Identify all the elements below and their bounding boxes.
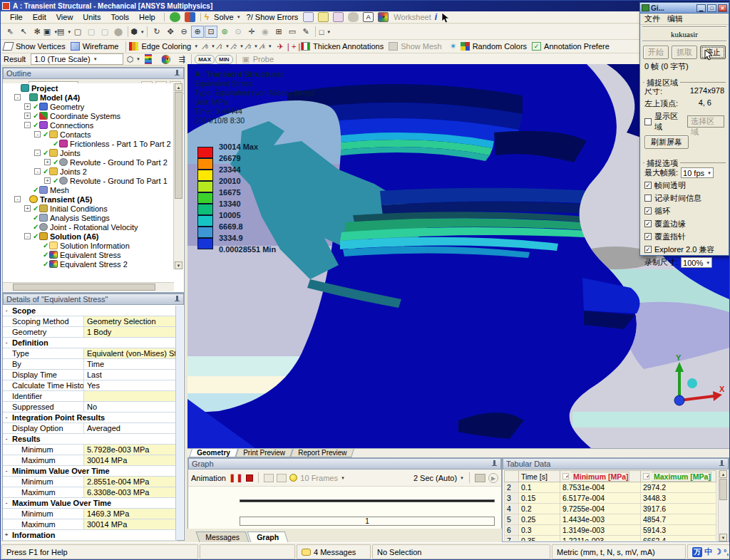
expand-toggle[interactable] [34,242,41,249]
outline-header[interactable]: Outline [3,68,184,79]
expand-toggle[interactable] [24,224,31,230]
property-value[interactable]: 1469.3 MPa [84,509,177,519]
property-value[interactable]: 5.7928e-003 MPa [84,445,177,455]
category-expand-toggle[interactable]: - [3,498,10,508]
tree-item[interactable]: Project [3,83,174,93]
pin-icon[interactable] [174,296,180,304]
face-filter-icon[interactable]: ▢ [98,26,111,38]
grab-button[interactable]: 抓取 [672,46,697,59]
category-expand-toggle[interactable]: - [3,338,10,348]
option-checkbox[interactable] [644,207,652,214]
expand-toggle[interactable]: - [34,168,41,175]
table-row[interactable]: 7 0.35 1.2211e-003 6662.4 [504,536,716,541]
capture-title-bar[interactable]: Gi... ▁ □ ✕ [640,3,729,14]
option-checkbox[interactable] [644,246,652,253]
tree-item[interactable]: Frictionless - Part 1 To Part 2 [3,139,174,148]
category-expand-toggle[interactable] [3,327,10,337]
annotation-icon[interactable]: A [363,12,374,22]
duration-dropdown[interactable]: 2 Sec (Auto) [413,474,464,482]
vertex-filter-icon[interactable]: ▢ [71,26,84,38]
new-section-plane-icon[interactable] [303,12,314,22]
table-row[interactable]: 2 0.1 8.7531e-004 2974.2 [504,482,716,493]
category-expand-toggle[interactable] [3,509,10,519]
property-value[interactable]: Geometry Selection [84,316,177,326]
scrollbar-thumb[interactable] [719,479,727,500]
look-at-icon[interactable]: ◉ [259,26,272,38]
ime-toolbar[interactable]: 万 中 ☽ °, [687,544,730,559]
graph-header[interactable]: Graph [188,458,501,470]
time-cell[interactable]: 0.35 [519,536,560,541]
pin-icon[interactable] [719,460,725,468]
ime-punct-icon[interactable]: °, [724,548,729,556]
show-mesh-button[interactable]: Show Mesh [401,42,441,51]
category-expand-toggle[interactable]: - [3,466,10,476]
max-cell[interactable]: 5914.3 [641,525,716,536]
expand-toggle[interactable]: - [24,233,31,239]
property-value[interactable]: 6.3308e-003 MPa [84,487,177,497]
select-area-button[interactable]: 选择区域 [687,115,724,128]
title-bar[interactable]: A : Transient Structural - Mechanical [A… [1,1,730,11]
image-capture-icon[interactable] [378,12,389,22]
outline-vertical-scrollbar[interactable]: ▲ ▼ [173,83,183,269]
annotation-preferences-button[interactable]: Annotation Prefere [544,42,610,51]
probe-button[interactable]: Probe [253,55,274,63]
scroll-down-button[interactable]: ▼ [175,261,182,269]
max-cell[interactable]: 6662.4 [641,536,716,541]
option-checkbox[interactable] [644,182,652,189]
timeline-bar[interactable] [240,499,495,502]
geometry-display-icon[interactable]: ⬡ [127,53,140,66]
category-expand-toggle[interactable] [3,380,10,390]
stop-button[interactable]: 停止 [700,46,726,59]
show-errors-button[interactable]: ?/ Show Errors [245,12,301,22]
option-checkbox[interactable] [644,233,652,240]
fps-dropdown[interactable]: 10 fps [681,167,714,178]
min-checkbox[interactable] [562,473,569,479]
category-expand-toggle[interactable] [3,402,10,412]
zoom-out-icon[interactable]: ⊖ [178,26,190,38]
outline-horizontal-scrollbar[interactable] [3,282,174,291]
box-zoom-icon[interactable]: ⊡ [205,26,217,38]
expand-toggle[interactable]: - [14,94,21,100]
category-expand-toggle[interactable]: + [3,530,10,540]
select-cursor-icon[interactable]: ▤ [58,26,71,38]
expand-toggle[interactable]: + [44,177,51,184]
iso-view-icon[interactable]: ✛ [245,26,258,38]
scroll-down-button[interactable]: ▼ [719,534,727,541]
tree-item[interactable]: Joint - Rotational Velocity [3,222,174,232]
capture-menu-item[interactable]: 编辑 [667,14,683,24]
tree-item[interactable]: Mesh [3,185,174,195]
table-row[interactable]: 6 0.3 1.3149e-003 5914.3 [504,525,716,536]
details-header[interactable]: Details of "Equivalent Stress" [3,294,184,305]
stop-button[interactable] [246,475,253,482]
status-messages[interactable]: 4 Messages [297,544,371,559]
record-size-dropdown[interactable]: 100% [681,257,712,268]
close-button[interactable]: ✕ [718,4,727,12]
edge-direction-icon[interactable]: ∕3 [246,41,259,53]
viewports-icon[interactable]: ⊞ [272,26,285,38]
show-vertices-button[interactable]: Show Vertices [16,42,66,51]
result-scale-dropdown[interactable]: 1.0 (True Scale) [31,53,123,65]
validate-icon[interactable] [170,12,180,22]
window-layout-icon[interactable]: □ [319,26,331,38]
ime-halfwidth-icon[interactable]: ☽ [714,547,721,556]
pin-icon[interactable] [174,70,180,78]
scroll-up-button[interactable]: ▲ [719,470,727,478]
bottom-tab[interactable]: Messages [196,532,250,542]
pan-icon[interactable]: ✥ [164,26,177,38]
refresh-screen-button[interactable]: 刷新屏幕 [644,135,689,149]
property-value[interactable]: 30014 MPa [84,455,177,465]
property-value[interactable]: Last [84,370,177,380]
menu-item[interactable]: File [5,12,28,22]
category-expand-toggle[interactable] [3,348,10,358]
scroll-up-button[interactable]: ▲ [175,83,182,91]
max-column-header[interactable]: Maximum [MPa] [641,470,716,482]
wireframe-button[interactable]: Wireframe [83,42,119,51]
property-value[interactable]: 2.8551e-004 MPa [84,477,177,487]
min-cell[interactable]: 1.4434e-003 [560,514,641,525]
select-type-icon[interactable]: ▣ [44,26,57,38]
category-expand-toggle[interactable]: - [3,306,10,316]
start-button[interactable]: 开始 [643,46,669,59]
property-value[interactable]: Yes [84,380,177,390]
ruler-icon[interactable]: ▭ [286,26,299,38]
label-pick-icon[interactable]: ✻ [31,26,43,38]
